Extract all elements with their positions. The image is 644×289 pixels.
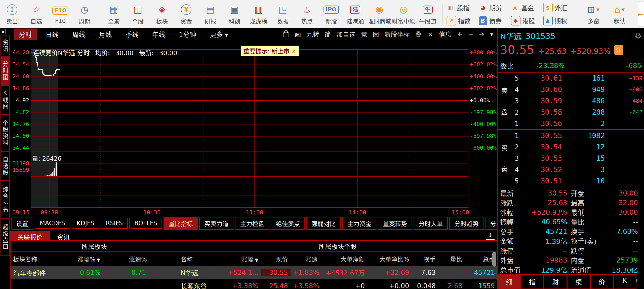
toolbar-item-自选[interactable]: ☆自选 [24,1,48,27]
sidebar-item-超级盘口[interactable]: 超级盘口 [1,218,10,256]
period-tab-日线[interactable]: 日线 [41,28,64,40]
toolbar-item-牛股道[interactable]: 牛牛股道 [416,1,440,27]
sidebar-item-综合排名[interactable]: 综合排名 [1,181,10,218]
chart-tool-固[interactable]: 固 [373,29,379,39]
indicator-tab-主力控盘[interactable]: 主力控盘 [235,217,269,230]
toolbar-item-龙虎榜[interactable]: ▥龙虎榜 [247,1,271,27]
toolbar-mini-外汇[interactable]: $外汇 [543,3,575,12]
lock-icon[interactable] [283,30,289,38]
indicator-tab-分时趋势[interactable]: 分时趋势 [449,217,484,230]
ask-row-3[interactable]: 330.59486+484 [511,95,644,107]
chart-tool-简[interactable]: 简 [325,29,331,39]
chart-tool-加自选[interactable]: 加自选 [336,29,355,39]
indicator-tab-RSIFS[interactable]: RSIFS [101,218,128,229]
period-tab-更多[interactable]: 更多 ▾ [205,28,233,40]
column-header-名称[interactable]: 名称 [178,254,222,263]
gear-icon[interactable]: ⚙ [635,31,641,40]
chart-tool-新股坐标[interactable]: 新股坐标 [384,29,410,39]
sidebar-item-K线图[interactable]: K线图 [1,85,10,114]
sector-row[interactable]: 汽车零部件-0.61%-0.71 [11,266,178,279]
toolbar-item-理财商城[interactable]: ◉理财商城 [367,1,391,27]
toolbar-item-资金[interactable]: ¥资金 [174,1,198,27]
indicator-tab-买卖力道[interactable]: 买卖力道 [199,217,233,230]
ask-row-2[interactable]: 230.58208-642 [511,107,644,118]
toolbar-item-F10[interactable]: F10F10 [48,1,72,27]
quote-tab-细[interactable]: 细 [498,274,521,289]
column-header-涨速%[interactable]: 涨速% [127,254,178,263]
period-tab-周线[interactable]: 周线 [67,28,90,40]
toolbar-item-新股[interactable]: IPO新股 [319,1,343,27]
chart-tool-画[interactable]: 画 [295,29,301,39]
indicator-tab-MACDFS[interactable]: MACDFS [35,218,70,229]
toolbar-mini-港股[interactable]: ✱港股 [511,16,543,25]
default-layout-button[interactable]: ⌂▼默认 [607,3,633,25]
period-tab-年线[interactable]: 年线 [147,28,170,40]
indicator-tab-强弱对比[interactable]: 强弱对比 [306,217,341,230]
indicator-tab-设置[interactable]: 设置 [11,217,33,230]
column-header-涨幅%[interactable]: 涨幅% ▼ [75,254,127,263]
toolbar-item-财富中原[interactable]: ◎财富中原 [391,1,416,27]
chart-tool-信息[interactable]: 信息 [439,29,452,39]
chevron-down-icon[interactable]: ▾ [490,30,493,38]
chart-tool-区[interactable]: 区 [427,29,433,39]
stock-row[interactable]: N华远+524.1...30.55+1.83%+4532.67万+32.697.… [178,266,497,279]
period-tab-1分钟[interactable]: 1分钟 [174,28,201,40]
table-scrollbar-thumb[interactable] [492,252,496,267]
quote-tab-财[interactable]: 财 [544,274,567,289]
skip-end-icon[interactable]: ⇥ [479,30,485,38]
note-badge[interactable]: 注 [614,45,623,55]
bid-row-3[interactable]: 330.5315 [511,153,644,164]
bid-row-5[interactable]: 530.5110 [511,175,644,187]
intraday-chart-area[interactable] [10,40,497,216]
quote-tab-指[interactable]: 指 [521,274,544,289]
chart-tool-叠[interactable]: 叠 [415,29,422,39]
indicator-tab-分时大单[interactable]: 分时大单 [414,217,448,230]
indicator-tab-量比指标[interactable]: 量比指标 [164,217,198,230]
zoom-out-icon[interactable]: − [468,30,473,38]
toolbar-item-研报[interactable]: ▤研报 [198,1,222,27]
bid-row-4[interactable]: 430.523 [511,164,644,175]
toolbar-item-热点[interactable]: ♨热点 [295,1,319,27]
period-tab-分时[interactable]: 分时 [14,28,37,40]
column-header-大单净额[interactable]: 大单净额 [320,254,367,263]
period-tab-季线[interactable]: 季线 [120,28,144,40]
column-header-板块名称[interactable]: 板块名称 [11,254,75,263]
notice-close-icon[interactable]: × [291,48,296,55]
indicator-tab-绝佳卖点[interactable]: 绝佳卖点 [271,217,305,230]
toolbar-item-科创[interactable]: ▣科创 [222,1,247,27]
quote-tab-价[interactable]: 价 [590,274,613,289]
toolbar-item-个股[interactable]: ◫个股 [126,1,150,27]
sidebar-item-资讯[interactable]: 资讯 [1,36,10,56]
column-header-现价[interactable]: 现价 [261,254,291,263]
period-tab-月线[interactable]: 月线 [94,28,117,40]
indicator-tab-主力资金[interactable]: 主力资金 [342,217,376,230]
toolbar-mini-基金[interactable]: ◉基金 [511,3,543,12]
column-header-量比[interactable]: 量比 [438,254,465,263]
ask-row-1[interactable]: 130.562 [511,118,644,129]
indicator-tab-量变转势[interactable]: 量变转势 [378,217,412,230]
column-header-涨速[interactable]: 涨速 [291,254,320,263]
sidebar-expand-icon[interactable]: ▶▏ [0,28,10,35]
toolbar-item-陆港通[interactable]: 陆陆港通 [343,1,367,27]
new-listing-notice[interactable]: 重要提示: 新上市 × [241,46,299,56]
zoom-in-icon[interactable]: + [457,30,463,38]
toolbar-item-卖出[interactable]: ↥卖出 [0,1,24,27]
toolbar-item-板块[interactable]: ◈板块 [150,1,174,27]
toolbar-mini-期权[interactable]: ♟期权 [543,16,575,25]
sidebar-item-个股资料[interactable]: 个股资料 [1,114,10,152]
chart-tool-竞[interactable]: 竞 [361,29,367,39]
bid-row-1[interactable]: 130.551082 [511,130,644,141]
bid-row-2[interactable]: 230.5412 [511,141,644,153]
toolbar-item-周期[interactable]: ◷周期 [72,1,97,27]
download-icon[interactable]: ↓ [486,232,495,240]
indicator-tab-KDJFS[interactable]: KDJFS [72,218,99,229]
toolbar-mini-股指[interactable]: ▥股指 [447,3,479,12]
column-header-换手[interactable]: 换手 [412,254,438,263]
sidebar-item-分时图[interactable]: 分时图 [1,56,10,85]
column-header-涨幅[interactable]: 涨幅 ▼ [222,254,261,263]
toolbar-item-全景[interactable]: ▦全景 [102,1,126,27]
sidebar-item-自选股[interactable]: 自选股 [1,152,10,181]
quote-tab-绩[interactable]: 绩 [567,274,590,289]
toolbar-mini-债券[interactable]: B债券 [479,16,511,25]
toolbar-item-数据[interactable]: ◳数据 [271,1,295,27]
